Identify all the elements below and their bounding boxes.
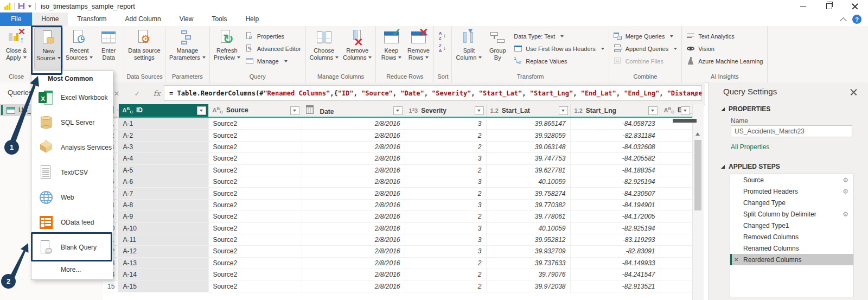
step-settings-gear-icon[interactable]: ⚙ — [843, 188, 848, 195]
applied-step-split-column-by-delimiter[interactable]: Split Column by Delimiter⚙ — [730, 208, 853, 220]
remove-columns-button[interactable]: ✕RemoveColumns — [341, 27, 373, 69]
properties-section-header[interactable]: PROPERTIES — [721, 105, 770, 113]
filter-button[interactable] — [290, 106, 299, 115]
filter-button[interactable] — [475, 106, 484, 115]
split-column-button[interactable]: ▼SplitColumn — [454, 27, 483, 69]
tab-transform[interactable]: Transform — [68, 12, 116, 26]
ribbon-group-sort: AZ↓ZA↓Sort — [434, 26, 452, 82]
cell: 2/8/2016 — [302, 153, 405, 164]
vertical-scrollbar[interactable] — [692, 104, 704, 300]
cell: Source2 — [208, 246, 302, 257]
recent-sources-button[interactable]: RecentSources — [64, 27, 94, 69]
append-queries-button[interactable]: ↓Append Queries — [611, 43, 680, 54]
data-source-settings-button[interactable]: ⚙Data sourcesettings — [126, 27, 162, 69]
manage-parameters-button[interactable]: ManageParameters — [168, 27, 207, 69]
column-type-icon — [306, 105, 317, 114]
tab-view[interactable]: View — [170, 12, 203, 26]
applied-step-changed-type1[interactable]: Changed Type1 — [730, 220, 853, 231]
filter-button[interactable] — [559, 106, 568, 115]
menu-item-excel-workbook[interactable]: XExcel Workbook — [31, 85, 113, 110]
menu-item-odata-feed[interactable]: OData feed — [31, 210, 113, 235]
applied-steps-section-header[interactable]: APPLIED STEPS — [721, 163, 780, 170]
advanced-editor-button[interactable]: ✎Advanced Editor — [243, 43, 303, 54]
column-header-end-lat[interactable]: ABCEnd_Lat — [660, 104, 692, 118]
column-header-date[interactable]: Date — [302, 104, 405, 118]
applied-steps-list: Source⚙Promoted Headers⚙Changed TypeSpli… — [730, 174, 854, 297]
menu-item-text-csv[interactable]: Text/CSV — [31, 160, 113, 185]
applied-step-promoted-headers[interactable]: Promoted Headers⚙ — [730, 186, 853, 197]
panel-close-icon[interactable] — [850, 88, 857, 95]
column-header-id[interactable]: ABCID — [118, 104, 208, 118]
formula-segment: , — [616, 90, 624, 97]
column-header-source[interactable]: ABCSource — [208, 104, 302, 118]
applied-step-renamed-columns[interactable]: Renamed Columns — [730, 242, 853, 254]
refresh-preview-button[interactable]: ↻RefreshPreview — [212, 27, 242, 69]
delete-step-icon[interactable]: ✕ — [734, 257, 738, 263]
applied-step-source[interactable]: Source⚙ — [730, 174, 853, 186]
azure-machine-learning-button[interactable]: Azure Machine Learning — [684, 56, 765, 66]
vision-button[interactable]: Vision — [684, 43, 765, 54]
applied-step-changed-type[interactable]: Changed Type — [730, 197, 853, 208]
column-header-severity[interactable]: 123Severity — [405, 104, 486, 118]
properties-button[interactable]: Properties — [243, 31, 303, 41]
table-row: 10A-10Source22/8/2016340.10059-82.925194 — [103, 222, 692, 234]
filter-button[interactable] — [681, 106, 690, 115]
tab-home[interactable]: Home — [32, 12, 68, 26]
step-settings-gear-icon[interactable]: ⚙ — [843, 177, 848, 183]
filter-button[interactable] — [393, 106, 403, 115]
applied-step-removed-columns[interactable]: Removed Columns — [730, 231, 853, 242]
menu-item-web[interactable]: Web — [31, 185, 113, 210]
use-first-row-as-headers-button[interactable]: Use First Row as Headers — [512, 43, 606, 54]
text-analytics-button[interactable]: Text Analytics — [684, 31, 765, 41]
group-by-button[interactable]: GroupBy — [484, 27, 510, 69]
keep-rows-button[interactable]: ✓KeepRows — [378, 27, 404, 69]
menu-item-label: Excel Workbook — [61, 94, 107, 101]
merge-queries-button[interactable]: Merge Queries — [611, 31, 680, 41]
save-icon[interactable] — [18, 3, 24, 9]
query-name-input[interactable] — [731, 125, 852, 137]
scroll-up-icon[interactable] — [695, 132, 700, 136]
minimize-button[interactable] — [790, 0, 816, 12]
close-apply-button[interactable]: ✕↑Close &Apply — [3, 27, 29, 69]
tab-help[interactable]: Help — [236, 12, 268, 26]
combine-files-button[interactable]: ⇊Combine Files — [611, 56, 680, 66]
close-button[interactable] — [842, 0, 868, 12]
cell — [660, 199, 692, 210]
ribbon-tab-bar: FileHomeTransformAdd ColumnViewToolsHelp… — [0, 12, 868, 26]
data-type-text-button[interactable]: Data Type: Text — [512, 31, 606, 41]
remove-rows-button[interactable]: ✕RemoveRows — [405, 27, 431, 69]
menu-item-blank-query[interactable]: Blank Query — [31, 235, 113, 260]
cell: 2/8/2016 — [302, 234, 405, 245]
filter-button[interactable] — [197, 106, 206, 115]
step-settings-gear-icon[interactable]: ⚙ — [843, 211, 848, 218]
tab-add-column[interactable]: Add Column — [116, 12, 170, 26]
filter-button[interactable] — [648, 106, 658, 115]
cell: 40.10059 — [486, 176, 570, 187]
formula-segment: ,{ — [330, 90, 337, 97]
column-header-start-lat[interactable]: 1.2Start_Lat — [486, 104, 570, 118]
collapse-ribbon-icon[interactable] — [840, 17, 847, 24]
menu-item-label: Analysis Services — [61, 144, 112, 151]
toolbar-caret-icon[interactable] — [28, 5, 31, 8]
enter-data-button[interactable]: EnterData — [95, 27, 122, 69]
all-properties-link[interactable]: All Properties — [731, 143, 769, 151]
scrollbar-thumb[interactable] — [694, 140, 701, 210]
applied-step-reordered-columns[interactable]: ✕Reordered Columns — [730, 254, 853, 265]
sort-az-button[interactable]: AZ↓ — [436, 31, 449, 41]
formula-input[interactable]: = Table.ReorderColumns(#"Renamed Columns… — [164, 85, 702, 101]
choose-columns-button[interactable]: ChooseColumns — [308, 27, 340, 69]
menu-item-analysis-services[interactable]: Analysis Services — [31, 135, 113, 160]
column-header-start-lng[interactable]: 1.2Start_Lng — [570, 104, 660, 118]
replace-values-button[interactable]: 1↳2Replace Values — [512, 56, 606, 66]
manage-button[interactable]: Manage — [243, 56, 303, 66]
restore-button[interactable] — [816, 0, 842, 12]
help-icon[interactable]: ? — [852, 15, 861, 24]
menu-item-sql-server[interactable]: SQL Server — [31, 110, 113, 135]
menu-item-more[interactable]: More... — [31, 260, 113, 279]
tab-tools[interactable]: Tools — [202, 12, 236, 26]
cell: -83.119293 — [570, 234, 660, 245]
formula-accept-icon[interactable]: ✓ — [128, 82, 146, 104]
sort-za-button[interactable]: ZA↓ — [436, 43, 449, 54]
new-source-button[interactable]: NewSource — [34, 27, 63, 69]
tab-file[interactable]: File — [0, 12, 32, 26]
